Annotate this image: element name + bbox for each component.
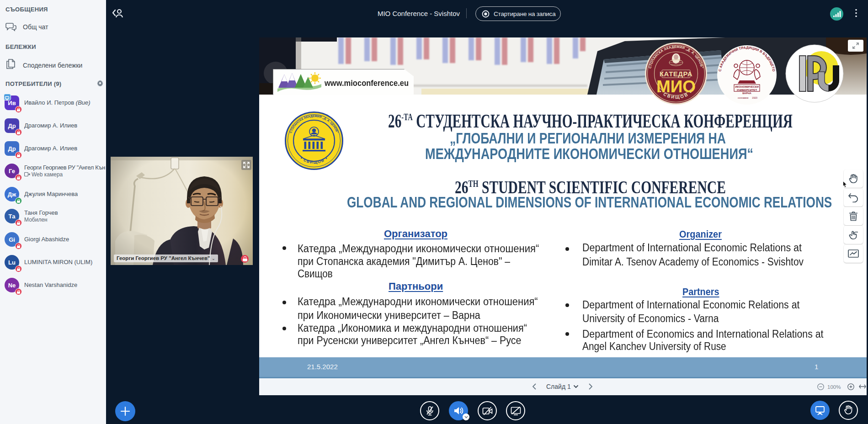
svg-text:ВАРНА: ВАРНА [742, 92, 751, 95]
svg-text:КАТЕДРА: КАТЕДРА [660, 70, 692, 78]
svg-text:МИО: МИО [656, 77, 696, 96]
svg-text:ИКОНОМИЧЕСКИ: ИКОНОМИЧЕСКИ [735, 85, 758, 88]
svg-text:основана: основана [738, 96, 748, 99]
svg-text:УНИВЕРСИТЕТ: УНИВЕРСИТЕТ [737, 89, 757, 91]
svg-text:1920: 1920 [752, 96, 757, 99]
